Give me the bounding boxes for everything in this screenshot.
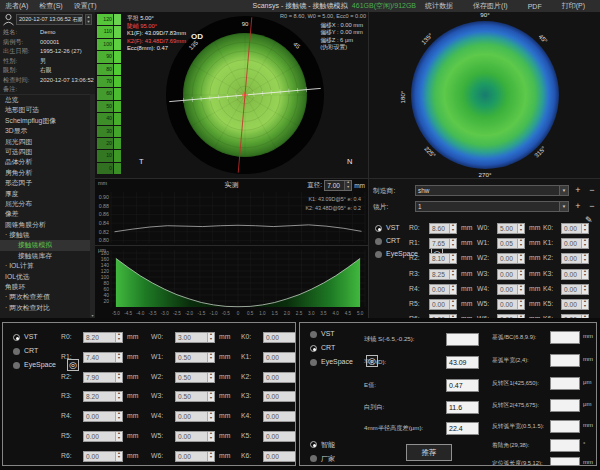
radio-vst[interactable] bbox=[375, 225, 382, 232]
fit-field-value[interactable]: 11.6 bbox=[446, 401, 479, 414]
spinner-down-icon[interactable]: ▼ bbox=[450, 274, 456, 279]
spinner-down-icon[interactable]: ▼ bbox=[208, 456, 214, 461]
fit-field-value[interactable]: 43.09 bbox=[446, 356, 479, 369]
print-button[interactable]: 打印(P) bbox=[562, 1, 585, 11]
value-spinner[interactable]: 0.00▲▼ bbox=[83, 451, 123, 462]
spinner-down-icon[interactable]: ▼ bbox=[450, 244, 456, 249]
spinner-arrows-icon[interactable]: ▲▼ bbox=[115, 392, 122, 401]
spinner-down-icon[interactable]: ▼ bbox=[518, 289, 524, 294]
spinner-down-icon[interactable]: ▼ bbox=[208, 338, 214, 343]
sidebar-item[interactable]: · 两次检查差值 bbox=[0, 292, 95, 302]
radio-vst[interactable] bbox=[310, 331, 317, 338]
radio-eyespace[interactable] bbox=[375, 251, 382, 258]
manufacturer-dropdown[interactable]: shw▼ bbox=[415, 185, 569, 196]
spinner-down-icon[interactable]: ▼ bbox=[208, 417, 214, 422]
radio-vst[interactable] bbox=[13, 334, 20, 341]
spinner-arrows-icon[interactable]: ▲▼ bbox=[207, 353, 214, 362]
value-spinner[interactable]: 0.00▲▼ bbox=[561, 284, 589, 295]
spinner-down-icon[interactable]: ▼ bbox=[518, 274, 524, 279]
sidebar-item[interactable]: · 接触镜 bbox=[0, 230, 95, 240]
sidebar-item[interactable]: 屈光四图 bbox=[0, 137, 95, 147]
sidebar-item[interactable]: 地形图可选 bbox=[0, 105, 95, 115]
remove-lens-button[interactable]: − bbox=[587, 201, 597, 212]
value-spinner[interactable]: 0.00▲▼ bbox=[497, 284, 525, 295]
value-spinner[interactable]: 7.90▲▼ bbox=[83, 372, 123, 383]
add-lens-button[interactable]: + bbox=[573, 201, 583, 212]
value-spinner[interactable]: 0.00▲▼ bbox=[175, 411, 215, 422]
radio-eyespace[interactable] bbox=[310, 359, 317, 366]
fit-field-value[interactable] bbox=[446, 333, 479, 346]
value-spinner[interactable]: 8.10▲▼ bbox=[429, 253, 457, 264]
spinner-arrows-icon[interactable]: ▲▼ bbox=[449, 270, 456, 279]
radio-eyespace[interactable] bbox=[13, 362, 20, 369]
fit-field-value[interactable] bbox=[550, 420, 580, 433]
add-manufacturer-button[interactable]: + bbox=[573, 185, 583, 196]
radio-crt[interactable] bbox=[375, 238, 382, 245]
spinner-arrows-icon[interactable]: ▲▼ bbox=[449, 300, 456, 309]
value-spinner[interactable]: 0.05▲▼ bbox=[497, 238, 525, 249]
spinner-arrows-icon[interactable]: ▲▼ bbox=[295, 412, 296, 421]
value-spinner[interactable]: 0.00▲▼ bbox=[561, 253, 589, 264]
spinner-arrows-icon[interactable]: ▲▼ bbox=[517, 270, 524, 279]
fit-field-value[interactable] bbox=[550, 399, 580, 412]
sidebar-item[interactable]: 房角分析 bbox=[0, 168, 95, 178]
value-spinner[interactable]: 0.00▲▼ bbox=[83, 431, 123, 442]
value-spinner[interactable]: 0.00▲▼ bbox=[561, 223, 589, 234]
spinner-arrows-icon[interactable]: ▲▼ bbox=[581, 254, 588, 263]
pseudo-color-settings-link[interactable]: (伪彩设置) bbox=[320, 44, 363, 51]
spinner-arrows-icon[interactable]: ▲▼ bbox=[207, 432, 214, 441]
value-spinner[interactable]: 0.00▲▼ bbox=[263, 372, 296, 383]
sidebar-item[interactable]: 总览 bbox=[0, 95, 95, 105]
fit-field-value[interactable] bbox=[550, 457, 580, 466]
spinner-arrows-icon[interactable]: ▲▼ bbox=[517, 285, 524, 294]
value-spinner[interactable]: 0.00▲▼ bbox=[83, 411, 123, 422]
sidebar-item[interactable]: · 两次检查对比 bbox=[0, 303, 95, 313]
value-spinner[interactable]: 0.00▲▼ bbox=[263, 411, 296, 422]
spinner-down-icon[interactable]: ▼ bbox=[582, 305, 588, 310]
spinner-arrows-icon[interactable]: ▲▼ bbox=[295, 333, 296, 342]
spinner-down-icon[interactable]: ▼ bbox=[518, 259, 524, 264]
chevron-down-icon[interactable]: ▼ bbox=[559, 202, 568, 211]
spinner-arrows-icon[interactable]: ▲▼ bbox=[295, 353, 296, 362]
spinner-down-icon[interactable]: ▼ bbox=[116, 397, 122, 402]
spinner-arrows-icon[interactable]: ▲▼ bbox=[115, 432, 122, 441]
eyespace-settings-icon[interactable]: ◎ bbox=[67, 359, 79, 371]
sidebar-item[interactable]: · IOL计算 bbox=[0, 261, 95, 271]
exam-selector[interactable]: 2020-12-07 13:06:52 右眼 bbox=[16, 14, 83, 25]
fluorescein-map[interactable]: 90°45°135°180°225°270°315° bbox=[369, 12, 600, 178]
spinner-arrows-icon[interactable]: ▲▼ bbox=[581, 239, 588, 248]
spinner-down-icon[interactable]: ▼ bbox=[208, 377, 214, 382]
fit-field-value[interactable] bbox=[550, 354, 580, 367]
spinner-down-icon[interactable]: ▼ bbox=[116, 338, 122, 343]
value-spinner[interactable]: 0.50▲▼ bbox=[175, 352, 215, 363]
value-spinner[interactable]: 0.00▲▼ bbox=[263, 431, 296, 442]
value-spinner[interactable]: 0.00▲▼ bbox=[263, 451, 296, 462]
spinner-down-icon[interactable]: ▼ bbox=[208, 357, 214, 362]
value-spinner[interactable]: 0.00▲▼ bbox=[263, 352, 296, 363]
spinner-arrows-icon[interactable]: ▲▼ bbox=[115, 373, 122, 382]
sidebar-item[interactable]: IOL优选 bbox=[0, 272, 95, 282]
spinner-arrows-icon[interactable]: ▲▼ bbox=[449, 224, 456, 233]
spinner-arrows-icon[interactable]: ▲▼ bbox=[207, 412, 214, 421]
spinner-arrows-icon[interactable]: ▲▼ bbox=[449, 254, 456, 263]
radio-crt[interactable] bbox=[310, 345, 317, 352]
spinner-arrows-icon[interactable]: ▲▼ bbox=[449, 285, 456, 294]
sidebar-item[interactable]: 晶体分析 bbox=[0, 157, 95, 167]
value-spinner[interactable]: 0.00▲▼ bbox=[497, 299, 525, 310]
spinner-down-icon[interactable]: ▼ bbox=[116, 437, 122, 442]
value-spinner[interactable]: 5.00▲▼ bbox=[497, 223, 525, 234]
spinner-down-icon[interactable]: ▼ bbox=[582, 274, 588, 279]
value-spinner[interactable]: 0.00▲▼ bbox=[429, 299, 457, 310]
spinner-arrows-icon[interactable]: ▲▼ bbox=[115, 333, 122, 342]
spinner-arrows-icon[interactable]: ▲▼ bbox=[207, 452, 214, 461]
spinner-down-icon[interactable]: ▼ bbox=[518, 229, 524, 234]
spinner-down-icon[interactable]: ▼ bbox=[208, 437, 214, 442]
value-spinner[interactable]: 8.20▲▼ bbox=[83, 391, 123, 402]
value-spinner[interactable]: 0.50▲▼ bbox=[175, 372, 215, 383]
spinner-arrows-icon[interactable]: ▲▼ bbox=[449, 239, 456, 248]
pdf-button[interactable]: PDF bbox=[528, 3, 542, 10]
menu-exam[interactable]: 检查(S) bbox=[39, 1, 62, 11]
spinner-down-icon[interactable]: ▼ bbox=[116, 357, 122, 362]
spinner-down-icon[interactable]: ▼ bbox=[116, 456, 122, 461]
spinner-down-icon[interactable]: ▼ bbox=[518, 244, 524, 249]
